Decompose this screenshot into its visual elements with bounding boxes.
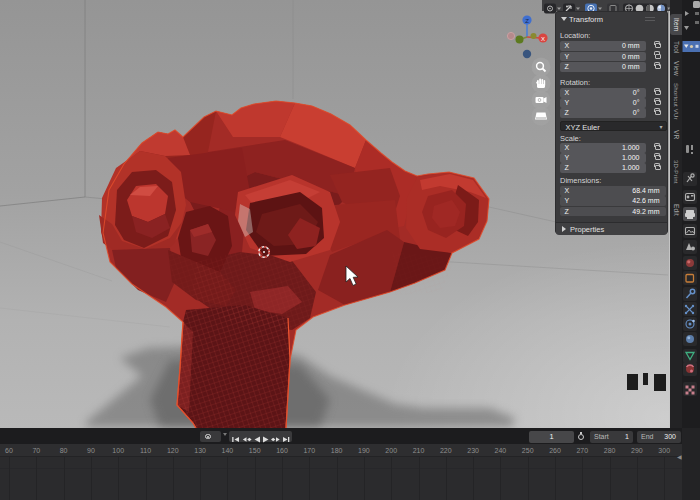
svg-text:X: X [541,36,545,42]
svg-text:Z: Z [525,18,529,24]
